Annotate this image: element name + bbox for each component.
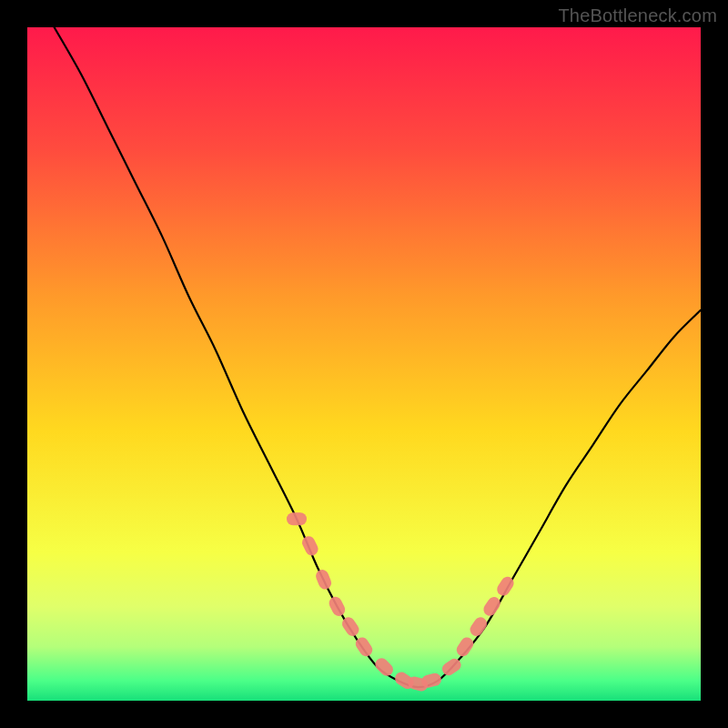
chart-frame: TheBottleneck.com bbox=[0, 0, 728, 728]
plot-area bbox=[27, 27, 701, 701]
marker-point bbox=[287, 512, 307, 525]
chart-svg bbox=[27, 27, 701, 701]
gradient-background bbox=[27, 27, 701, 701]
watermark-text: TheBottleneck.com bbox=[558, 5, 717, 26]
svg-rect-0 bbox=[287, 512, 307, 525]
